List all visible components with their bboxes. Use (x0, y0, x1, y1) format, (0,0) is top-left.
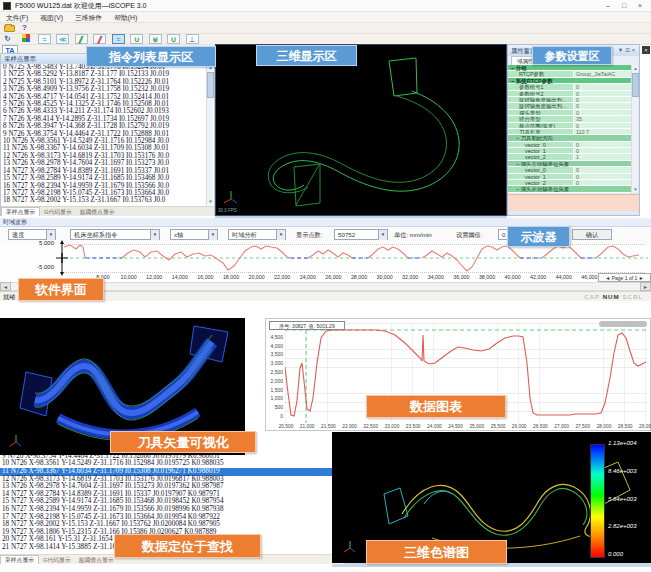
chevron-down-icon[interactable]: ▼ (276, 230, 285, 240)
panel-close-icon[interactable]: × (632, 47, 637, 53)
analysis-mode-select[interactable]: 时域分析▼ (228, 229, 286, 240)
waveform-selected-icon[interactable]: ≈ (112, 34, 125, 44)
callout-instruction-list: 指令列表显示区 (86, 46, 216, 67)
menu-bar: 文件(F)视图(V)三维操作帮助(H) (0, 12, 651, 23)
callout-data-locate: 数据定位于查找 (114, 534, 261, 558)
menu-item[interactable]: 视图(V) (34, 12, 69, 23)
property-name: 摆头类型 (508, 110, 574, 115)
property-value[interactable]: 1 (574, 154, 632, 159)
maximize-button[interactable]: □ (617, 0, 631, 12)
vector-u3-icon[interactable]: ∪ (167, 34, 180, 44)
property-value[interactable]: 0 (574, 103, 632, 108)
status-ready: 就绪 (3, 292, 15, 302)
wave-display-icon[interactable]: ≈ (38, 34, 51, 44)
tab-1[interactable]: G代码显示 (39, 556, 75, 565)
y-tick: 4,500 (266, 334, 283, 340)
vector-u2-icon[interactable]: ⊎ (149, 34, 162, 44)
property-name: vector_0 (508, 142, 574, 147)
callout-3d-colormap: 三维色谱图 (366, 540, 507, 564)
scale-label: 0.000 (608, 551, 650, 557)
green-hatch-icon[interactable]: ∥ (75, 34, 88, 44)
property-value[interactable]: 0 (574, 97, 632, 102)
vector-u1-icon[interactable]: ∪ (130, 34, 143, 44)
title-bar: F5000 WU125.dat 欢迎使用—iSCOPE 3.0 – □ × (0, 0, 651, 12)
menu-item[interactable]: 帮助(H) (108, 12, 143, 23)
menu-item[interactable]: 文件(F) (0, 12, 34, 23)
y-tick: 4,000 (266, 343, 283, 349)
gcode-list-scrollbar[interactable]: ▲ ▼ (206, 64, 213, 205)
scroll-right-icon[interactable]: ► (640, 282, 651, 291)
property-value[interactable]: 0 (574, 180, 632, 185)
property-value[interactable]: 0 (574, 91, 632, 96)
chart-x-axis: 20,50021,00021,50022,00022,50023,00023,5… (266, 423, 651, 431)
chevron-down-icon[interactable]: ▼ (46, 230, 55, 240)
chevron-down-icon[interactable]: ▼ (378, 230, 387, 240)
help-icon[interactable]: ? (22, 23, 27, 32)
axis-triad-icon (222, 189, 240, 207)
tab-1[interactable]: G代码显示 (40, 208, 76, 217)
scroll-left-icon[interactable]: ◄ (0, 282, 11, 291)
property-value[interactable]: 35 (574, 116, 632, 121)
threshold-label: 设置阈值: (456, 231, 482, 240)
arrows-icon[interactable]: ≪ (56, 34, 69, 44)
status-keylocks: CAP NUM SCRL (584, 292, 643, 302)
minimize-button[interactable]: – (601, 0, 615, 12)
confirm-button[interactable]: 确认 (572, 229, 612, 240)
property-value[interactable]: 0 (574, 123, 632, 128)
scrollbar-thumb[interactable] (207, 72, 214, 98)
property-description-area (508, 194, 639, 211)
tab-0[interactable]: 采样点显示 (0, 555, 39, 564)
property-value[interactable]: 0 (574, 167, 632, 172)
palette-icon[interactable] (19, 34, 32, 44)
red-hatch-icon[interactable]: ∥ (93, 34, 106, 44)
gcode-row[interactable]: 18 N727 X-98.2002 Y-15.153 Z-31.1667 I0.… (1, 197, 206, 204)
menu-item[interactable]: 三维操作 (69, 12, 108, 23)
property-name: RTCP参数 (508, 71, 574, 76)
property-name: 刀具长度 (508, 129, 574, 134)
axis-select[interactable]: x轴▼ (170, 229, 218, 240)
pager[interactable]: ◄ Page 1 of 1 ► (598, 273, 651, 282)
perpendicular-icon[interactable]: ⊥ (186, 34, 199, 44)
property-value[interactable]: 0 (574, 84, 632, 89)
property-scrollbar[interactable]: ▲ ▼ (631, 65, 638, 193)
close-button[interactable]: × (633, 0, 647, 12)
callout-software-ui: 软件界面 (18, 278, 104, 301)
signal-select[interactable]: 速度▼ (8, 229, 56, 240)
property-subgroup[interactable]: − 摆头从动轴单位矢量 (508, 186, 632, 192)
scroll-up-icon[interactable]: ▲ (632, 65, 639, 72)
property-name: 极点范围(弧度) (508, 123, 574, 128)
chevron-down-icon[interactable]: ▼ (208, 230, 217, 240)
3d-viewport[interactable]: 30.0 FPS (215, 44, 507, 216)
scrollbar-thumb[interactable] (632, 73, 639, 97)
pager-prev-icon[interactable]: ◄ (605, 275, 610, 281)
sample-point-panel: 采样点显示 ▼⊡× 0 N725 X-98.5483 Y-13.7403 Z-3… (0, 53, 215, 216)
pin-icon[interactable]: ⊡ (625, 47, 632, 53)
open-file-icon[interactable] (4, 25, 15, 32)
property-name: vector_2 (508, 154, 574, 159)
points-count-select[interactable]: 50752▼ (334, 229, 388, 240)
y-tick: 500 (266, 404, 283, 410)
chevron-down-icon[interactable]: ▼ (150, 230, 159, 240)
scroll-down-icon[interactable]: ▼ (207, 198, 214, 205)
fps-readout: 30.0 FPS (218, 208, 237, 213)
tab-2[interactable]: 超阈值点显示 (75, 556, 118, 565)
unit-label: 单位: mm/min (394, 231, 432, 240)
property-value[interactable]: 110.7 (574, 129, 632, 134)
property-value[interactable]: Group_JiaTaiAC (574, 71, 632, 76)
property-value[interactable]: 0 (574, 110, 632, 115)
property-name: vector_2 (508, 180, 574, 185)
property-value[interactable]: 0 (574, 148, 632, 153)
property-panel: 属性窗口 ▼⊡× 域属性 − 分组RTCP参数Group_JiaTaiAC− 系… (507, 44, 640, 216)
property-value[interactable]: 0 (574, 174, 632, 179)
tab-2[interactable]: 超阈值点显示 (76, 208, 119, 217)
toolpath-wireframe (216, 45, 508, 217)
x-tick: 29,000 (633, 424, 651, 429)
tab-0[interactable]: 采样点显示 (1, 207, 40, 216)
refresh-icon[interactable]: ↻ (1, 34, 14, 44)
dock-close-icon[interactable]: × (642, 46, 650, 54)
pager-next-icon[interactable]: ► (639, 275, 644, 281)
coord-system-select[interactable]: 机床坐标系指令▼ (70, 229, 160, 240)
property-value[interactable]: 0 (574, 142, 632, 147)
chart-scrollbar-thumb[interactable] (599, 321, 647, 327)
scroll-down-icon[interactable]: ▼ (632, 186, 639, 193)
